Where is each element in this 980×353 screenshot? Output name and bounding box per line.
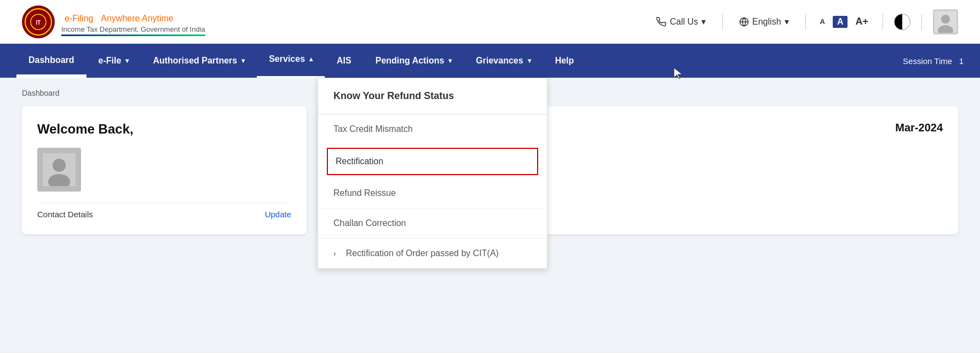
language-button[interactable]: English ▾ xyxy=(734,13,794,30)
right-card-date: Mar-2024 xyxy=(895,121,943,134)
user-avatar-large xyxy=(37,148,81,192)
logo-area: IT e-Filing Anywhere Anytime Income Tax … xyxy=(22,5,205,38)
logo-subtitle: Income Tax Department, Government of Ind… xyxy=(61,25,205,33)
font-larger-button[interactable]: A+ xyxy=(852,15,872,28)
nav-item-ais[interactable]: AIS xyxy=(325,44,364,78)
navbar: Dashboard e-File ▾ Authorised Partners ▾… xyxy=(0,44,980,78)
svg-point-6 xyxy=(941,15,950,24)
nav-label-authorised-partners: Authorised Partners xyxy=(153,56,237,66)
nav-label-pending-actions: Pending Actions xyxy=(376,56,445,66)
language-label: English xyxy=(752,17,781,27)
nav-label-grievances: Grievances xyxy=(476,56,523,66)
call-us-button[interactable]: Call Us ▾ xyxy=(651,13,711,30)
logo-underline xyxy=(61,34,205,36)
divider-1 xyxy=(722,14,723,30)
dropdown-label-tax-credit-mismatch: Tax Credit Mismatch xyxy=(333,124,413,134)
nav-item-services[interactable]: Services ▴ xyxy=(257,44,325,78)
globe-icon xyxy=(739,17,749,27)
nav-item-pending-actions[interactable]: Pending Actions ▾ xyxy=(364,44,464,78)
contact-row: Contact Details Update xyxy=(37,202,291,219)
dropdown-label-know-your-refund: Know Your Refund Status xyxy=(333,90,454,102)
nav-label-help: Help xyxy=(555,56,574,66)
nav-item-help[interactable]: Help xyxy=(543,44,586,78)
session-time: Session Time 1 xyxy=(903,56,964,66)
dropdown-item-challan-correction[interactable]: Challan Correction xyxy=(318,209,547,239)
divider-2 xyxy=(805,14,806,30)
dropdown-item-tax-credit-mismatch[interactable]: Tax Credit Mismatch xyxy=(318,114,547,144)
dropdown-item-rectification-order[interactable]: › Rectification of Order passed by CIT(A… xyxy=(318,239,547,268)
svg-marker-8 xyxy=(674,68,682,79)
language-chevron: ▾ xyxy=(785,16,789,27)
pending-chevron: ▾ xyxy=(448,57,452,65)
font-smaller-button[interactable]: A xyxy=(817,16,828,27)
font-normal-button[interactable]: A xyxy=(833,16,848,28)
grievances-chevron: ▾ xyxy=(528,57,531,65)
nav-item-dashboard[interactable]: Dashboard xyxy=(16,44,87,78)
call-us-chevron: ▾ xyxy=(701,16,706,27)
call-us-label: Call Us xyxy=(670,17,698,27)
divider-4 xyxy=(921,14,922,30)
logo-tagline: Anywhere Anytime xyxy=(101,14,174,23)
dropdown-item-rectification[interactable]: Rectification xyxy=(327,148,538,175)
dropdown-item-rectification-wrapper: Rectification xyxy=(318,144,547,178)
session-time-label: Session Time xyxy=(903,56,952,66)
emblem-icon: IT xyxy=(25,8,52,36)
nav-label-dashboard: Dashboard xyxy=(28,55,74,65)
services-dropdown: Know Your Refund Status Tax Credit Misma… xyxy=(318,78,547,269)
logo-emblem: IT xyxy=(22,5,55,38)
dropdown-label-rectification: Rectification xyxy=(336,157,383,166)
nav-item-grievances[interactable]: Grievances ▾ xyxy=(464,44,543,78)
nav-label-ais: AIS xyxy=(337,56,351,66)
nav-label-services: Services xyxy=(269,54,305,64)
avatar[interactable] xyxy=(933,9,958,34)
efile-chevron: ▾ xyxy=(125,57,129,65)
user-icon xyxy=(935,11,956,33)
dropdown-label-challan-correction: Challan Correction xyxy=(333,218,406,228)
divider-3 xyxy=(883,14,883,30)
session-time-value: 1 xyxy=(959,56,964,66)
dropdown-label-refund-reissue: Refund Reissue xyxy=(333,188,396,198)
phone-icon xyxy=(656,17,666,27)
header: IT e-Filing Anywhere Anytime Income Tax … xyxy=(0,0,980,44)
dropdown-label-rectification-order: Rectification of Order passed by CIT(A) xyxy=(346,248,499,258)
nav-label-efile: e-File xyxy=(99,56,122,66)
logo-efiling: e-Filing Anywhere Anytime xyxy=(61,8,205,25)
services-chevron: ▴ xyxy=(309,55,313,63)
dropdown-item-refund-reissue[interactable]: Refund Reissue xyxy=(318,178,547,209)
rectification-order-arrow: › xyxy=(333,249,336,258)
dropdown-item-know-your-refund[interactable]: Know Your Refund Status xyxy=(318,78,547,114)
contrast-button[interactable] xyxy=(894,14,910,30)
font-controls: A A A+ xyxy=(817,15,872,28)
nav-item-authorised-partners[interactable]: Authorised Partners ▾ xyxy=(141,44,257,78)
logo-efiling-text: e-Filing xyxy=(65,14,93,23)
partners-chevron: ▾ xyxy=(241,57,245,65)
logo-text: e-Filing Anywhere Anytime Income Tax Dep… xyxy=(61,8,205,36)
left-card: Welcome Back, Contact Details Update xyxy=(22,106,307,234)
user-avatar-icon xyxy=(43,153,76,186)
nav-item-efile[interactable]: e-File ▾ xyxy=(87,44,141,78)
svg-text:IT: IT xyxy=(36,20,41,26)
welcome-title: Welcome Back, xyxy=(37,121,291,137)
header-right: Call Us ▾ English ▾ A A A+ xyxy=(651,9,958,34)
svg-point-10 xyxy=(53,159,66,172)
contact-details-label: Contact Details xyxy=(37,210,93,219)
update-link[interactable]: Update xyxy=(265,210,291,219)
